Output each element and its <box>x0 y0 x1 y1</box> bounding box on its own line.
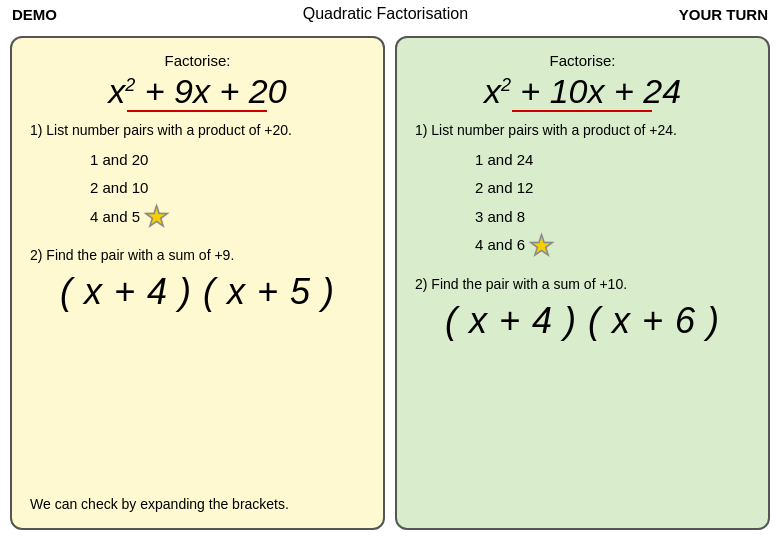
demo-pair-2: 2 and 10 <box>90 174 169 203</box>
yourturn-pairs-list: 1 and 24 2 and 12 3 and 8 4 and 6 ★ <box>475 146 554 260</box>
demo-equation: x2 + 9x + 20 <box>108 71 286 112</box>
yourturn-pair-3: 3 and 8 <box>475 203 554 232</box>
demo-factored: ( x + 4 ) ( x + 5 ) <box>60 271 335 313</box>
yourturn-equation-wrapper: x2 + 10x + 24 <box>484 71 681 112</box>
demo-step2: 2) Find the pair with a sum of +9. <box>30 247 234 263</box>
demo-pairs-list: 1 and 20 2 and 10 4 and 5 ★ <box>90 146 169 232</box>
yourturn-factored: ( x + 4 ) ( x + 6 ) <box>445 300 720 342</box>
demo-step1: 1) List number pairs with a product of +… <box>30 122 292 138</box>
demo-factorise-label: Factorise: <box>165 52 231 69</box>
demo-pair-1: 1 and 20 <box>90 146 169 175</box>
demo-check-text: We can check by expanding the brackets. <box>30 496 289 512</box>
yourturn-pair-1: 1 and 24 <box>475 146 554 175</box>
demo-panel: Factorise: x2 + 9x + 20 1) List number p… <box>10 36 385 530</box>
page-title: Quadratic Factorisation <box>92 5 679 23</box>
yourturn-equation: x2 + 10x + 24 <box>484 71 681 112</box>
demo-pair-3-text: 4 and 5 <box>90 203 140 232</box>
yourturn-panel: Factorise: x2 + 10x + 24 1) List number … <box>395 36 770 530</box>
demo-pair-3: 4 and 5 ★ <box>90 203 169 232</box>
yourturn-pair-2: 2 and 12 <box>475 174 554 203</box>
yourturn-step1: 1) List number pairs with a product of +… <box>415 122 677 138</box>
yourturn-step2: 2) Find the pair with a sum of +10. <box>415 276 627 292</box>
yourturn-factorise-label: Factorise: <box>550 52 616 69</box>
demo-label: DEMO <box>12 6 92 23</box>
yourturn-pair-4-text: 4 and 6 <box>475 231 525 260</box>
demo-equation-wrapper: x2 + 9x + 20 <box>108 71 286 112</box>
yourturn-label: YOUR TURN <box>679 6 768 23</box>
yourturn-pair-4: 4 and 6 ★ <box>475 231 554 260</box>
demo-star-icon: ★ <box>144 203 169 231</box>
yourturn-star-icon: ★ <box>529 232 554 260</box>
